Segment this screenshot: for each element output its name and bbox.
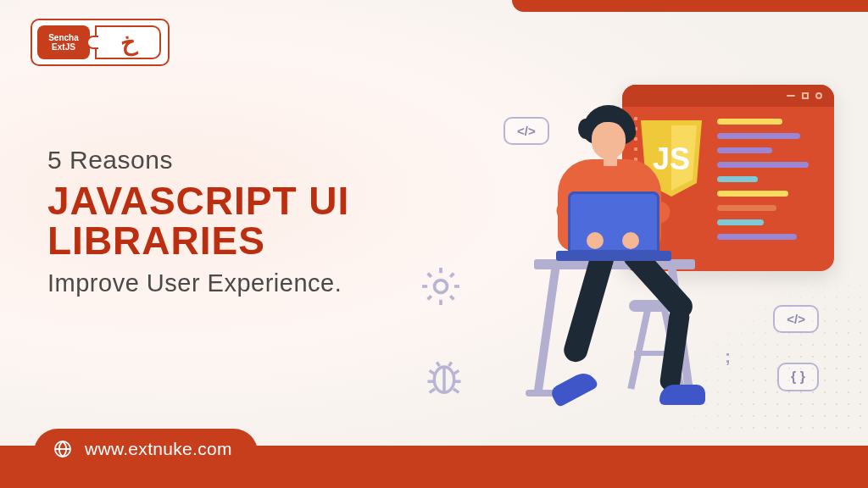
- semicolon-glyph: ;: [725, 347, 731, 367]
- globe-icon: [53, 439, 73, 459]
- logo-product-text: ExtJS: [52, 42, 75, 52]
- maximize-icon: [802, 92, 809, 99]
- headline-line1: JAVASCRIPT UI: [47, 179, 349, 223]
- url-pill: www.extnuke.com: [34, 429, 258, 469]
- stool-leg: [627, 310, 650, 390]
- svg-point-0: [435, 280, 448, 293]
- code-lines: [717, 119, 819, 248]
- close-icon: [815, 92, 822, 99]
- logo-glyph-icon: خ: [118, 27, 137, 58]
- top-accent-bar: [512, 0, 868, 12]
- headline-sub: Improve User Experience.: [47, 269, 349, 297]
- bug-icon: [422, 356, 466, 400]
- desk-leg: [534, 268, 560, 393]
- brand-logo: Sencha ExtJS خ: [31, 19, 170, 66]
- laptop-screen: [568, 191, 659, 252]
- logo-badge: Sencha ExtJS: [37, 25, 90, 59]
- headline-eyebrow: 5 Reasons: [47, 146, 349, 175]
- braces-bubble: { }: [777, 363, 819, 391]
- headline-main: JAVASCRIPT UI LIBRARIES: [47, 181, 349, 261]
- logo-brand-text: Sencha: [48, 33, 79, 42]
- headline-line2: LIBRARIES: [47, 219, 265, 263]
- footer-url: www.extnuke.com: [85, 439, 232, 459]
- hero-illustration: JS </> </> { } ;: [376, 59, 834, 432]
- gear-icon: [417, 263, 465, 310]
- code-tag-bubble-right: </>: [773, 305, 819, 333]
- logo-glyph-box: خ: [95, 25, 161, 59]
- person-shoe: [549, 369, 599, 408]
- person-hand: [622, 232, 639, 249]
- person-face: [592, 122, 626, 159]
- laptop-base: [556, 251, 671, 261]
- minimize-icon: [787, 95, 795, 97]
- developer-figure: [495, 105, 715, 419]
- person-hand: [587, 232, 604, 249]
- window-controls: [622, 85, 834, 107]
- person-shoe: [659, 385, 705, 405]
- headline: 5 Reasons JAVASCRIPT UI LIBRARIES Improv…: [47, 146, 349, 297]
